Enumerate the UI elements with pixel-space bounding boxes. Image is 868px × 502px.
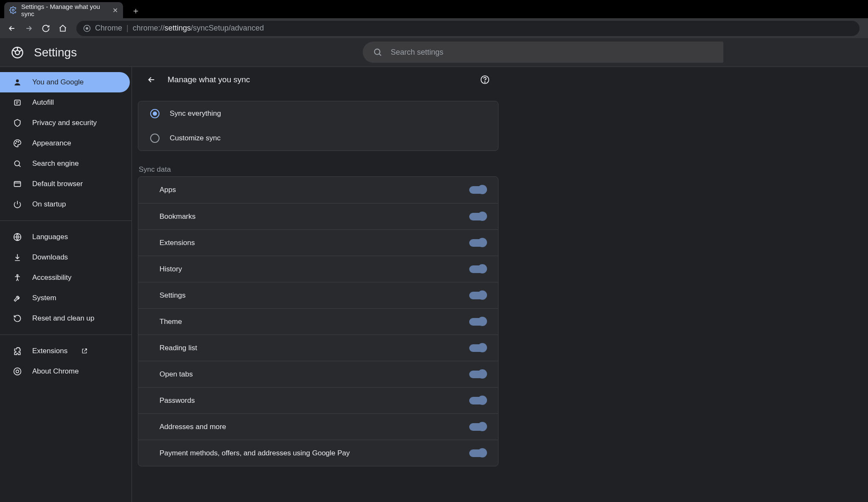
- palette-icon: [13, 139, 22, 148]
- back-arrow-button[interactable]: [144, 72, 159, 87]
- toggle-switch[interactable]: [469, 344, 486, 352]
- nav-label: You and Google: [32, 78, 84, 86]
- back-button[interactable]: [4, 21, 20, 36]
- nav-label: Downloads: [32, 253, 68, 262]
- toggle-row: Settings: [138, 282, 498, 308]
- svg-point-16: [16, 370, 19, 373]
- settings-main[interactable]: Manage what you sync Sync everything Cus…: [132, 67, 868, 502]
- nav-system[interactable]: System: [0, 288, 130, 308]
- browser-tab[interactable]: Settings - Manage what you sync ✕: [4, 2, 123, 18]
- toggle-row: History: [138, 256, 498, 282]
- toggle-row: Theme: [138, 308, 498, 335]
- shield-icon: [13, 118, 22, 128]
- toggle-switch[interactable]: [469, 213, 486, 220]
- help-button[interactable]: [477, 72, 493, 87]
- home-button[interactable]: [55, 21, 70, 36]
- toggle-switch[interactable]: [469, 186, 486, 194]
- sync-data-list: AppsBookmarksExtensionsHistorySettingsTh…: [138, 176, 498, 466]
- radio-sync-everything[interactable]: Sync everything: [138, 101, 498, 126]
- omnibox-url: chrome://settings/syncSetup/advanced: [133, 24, 264, 33]
- nav-privacy-security[interactable]: Privacy and security: [0, 113, 130, 133]
- settings-search[interactable]: [363, 42, 723, 63]
- nav-label: Default browser: [32, 180, 83, 188]
- tab-strip: Settings - Manage what you sync ✕ ＋: [0, 0, 868, 18]
- toggle-switch[interactable]: [469, 423, 486, 431]
- nav-on-startup[interactable]: On startup: [0, 194, 130, 215]
- chrome-logo-icon: [11, 46, 24, 59]
- wrench-icon: [13, 293, 22, 303]
- toggle-label: Passwords: [160, 396, 469, 405]
- globe-icon: [13, 232, 22, 242]
- toggle-label: Open tabs: [160, 370, 469, 379]
- nav-autofill[interactable]: Autofill: [0, 92, 130, 113]
- toggle-switch[interactable]: [469, 371, 486, 378]
- power-icon: [13, 200, 22, 209]
- toggle-switch[interactable]: [469, 239, 486, 247]
- toggle-label: History: [160, 265, 469, 273]
- nav-extensions[interactable]: Extensions: [0, 341, 130, 361]
- omnibox[interactable]: Chrome | chrome://settings/syncSetup/adv…: [76, 21, 860, 36]
- svg-point-4: [15, 50, 20, 55]
- puzzle-icon: [13, 346, 22, 356]
- nav-label: Search engine: [32, 159, 79, 168]
- external-link-icon: [81, 348, 88, 354]
- site-info-icon[interactable]: [83, 25, 91, 32]
- toggle-label: Payment methods, offers, and addresses u…: [160, 449, 469, 457]
- nav-downloads[interactable]: Downloads: [0, 247, 130, 268]
- chrome-icon: [13, 367, 22, 376]
- svg-point-9: [17, 141, 17, 142]
- svg-point-8: [15, 143, 16, 144]
- nav-reset[interactable]: Reset and clean up: [0, 308, 130, 329]
- toggle-switch[interactable]: [469, 449, 486, 457]
- svg-point-14: [17, 275, 18, 276]
- nav-languages[interactable]: Languages: [0, 227, 130, 247]
- forward-button[interactable]: [21, 21, 36, 36]
- nav-label: About Chrome: [32, 367, 79, 376]
- toggle-row: Addresses and more: [138, 413, 498, 440]
- settings-search-input[interactable]: [391, 48, 713, 57]
- svg-point-18: [484, 82, 485, 82]
- toggle-row: Reading list: [138, 335, 498, 361]
- restore-icon: [13, 314, 22, 323]
- nav-about-chrome[interactable]: About Chrome: [0, 361, 130, 382]
- search-icon: [13, 159, 22, 168]
- toggle-switch[interactable]: [469, 397, 486, 404]
- tab-close-icon[interactable]: ✕: [112, 6, 118, 14]
- toggle-switch[interactable]: [469, 265, 486, 273]
- sync-mode-card: Sync everything Customize sync: [138, 101, 498, 151]
- nav-default-browser[interactable]: Default browser: [0, 174, 130, 194]
- svg-point-15: [14, 368, 21, 375]
- nav-label: Reset and clean up: [32, 314, 95, 323]
- nav-divider: [0, 335, 132, 335]
- nav-appearance[interactable]: Appearance: [0, 133, 130, 153]
- section-sync-data: Sync data: [139, 165, 498, 174]
- nav-accessibility[interactable]: Accessibility: [0, 268, 130, 288]
- svg-point-5: [375, 49, 380, 55]
- nav-search-engine[interactable]: Search engine: [0, 153, 130, 174]
- browser-toolbar: Chrome | chrome://settings/syncSetup/adv…: [0, 18, 868, 38]
- toggle-label: Reading list: [160, 344, 469, 352]
- toggle-label: Theme: [160, 318, 469, 326]
- search-icon: [373, 47, 382, 57]
- toggle-row: Bookmarks: [138, 203, 498, 229]
- radio-customize-sync[interactable]: Customize sync: [138, 126, 498, 151]
- nav-label: Accessibility: [32, 273, 72, 282]
- toggle-row: Apps: [138, 177, 498, 203]
- toggle-label: Bookmarks: [160, 212, 469, 221]
- nav-label: Autofill: [32, 98, 54, 107]
- nav-label: System: [32, 294, 56, 302]
- nav-label: Appearance: [32, 139, 71, 148]
- toggle-switch[interactable]: [469, 292, 486, 299]
- toggle-row: Extensions: [138, 229, 498, 256]
- reload-button[interactable]: [38, 21, 53, 36]
- nav-label: Privacy and security: [32, 119, 97, 127]
- nav-you-and-google[interactable]: You and Google: [0, 72, 130, 92]
- nav-label: Extensions: [32, 347, 67, 355]
- app-header: Settings: [0, 38, 868, 67]
- toggle-switch[interactable]: [469, 318, 486, 326]
- page-title: Manage what you sync: [168, 75, 469, 84]
- browser-icon: [13, 179, 22, 189]
- radio-icon: [150, 109, 160, 118]
- new-tab-button[interactable]: ＋: [129, 4, 142, 17]
- nav-label: Languages: [32, 233, 68, 241]
